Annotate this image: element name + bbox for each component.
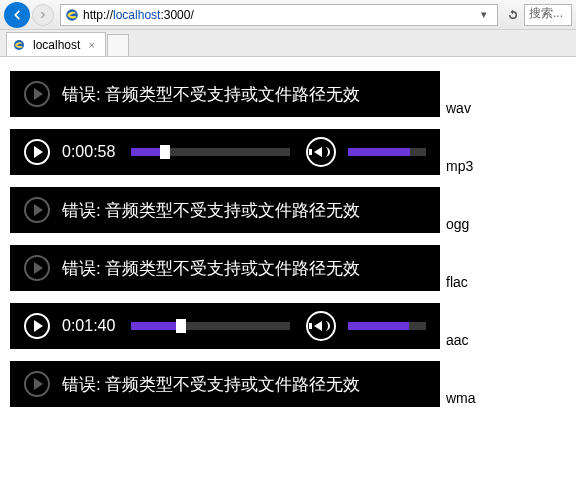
- refresh-button[interactable]: [504, 6, 522, 24]
- format-label: aac: [446, 333, 469, 349]
- row-ogg: 错误: 音频类型不受支持或文件路径无效 ogg: [10, 187, 566, 233]
- page-content: 错误: 音频类型不受支持或文件路径无效 wav 0:00:58 mp3 错误: …: [0, 57, 576, 433]
- volume-bar[interactable]: [348, 322, 426, 330]
- arrow-right-icon: [38, 10, 48, 20]
- format-label: wma: [446, 391, 476, 407]
- play-button[interactable]: [24, 139, 50, 165]
- url-text: http://localhost:3000/: [83, 8, 194, 22]
- row-mp3: 0:00:58 mp3: [10, 129, 566, 175]
- audio-player-aac[interactable]: 0:01:40: [10, 303, 440, 349]
- format-label: ogg: [446, 217, 469, 233]
- dropdown-icon[interactable]: ▾: [475, 6, 493, 24]
- time-display: 0:01:40: [62, 317, 115, 335]
- audio-player-wma[interactable]: 错误: 音频类型不受支持或文件路径无效: [10, 361, 440, 407]
- audio-player-wav[interactable]: 错误: 音频类型不受支持或文件路径无效: [10, 71, 440, 117]
- play-button: [24, 255, 50, 281]
- play-button: [24, 371, 50, 397]
- ie-icon: [65, 8, 79, 22]
- nav-bar: http://localhost:3000/ ▾ 搜索...: [0, 0, 576, 30]
- seek-bar[interactable]: [131, 148, 290, 156]
- error-text: 错误: 音频类型不受支持或文件路径无效: [62, 83, 360, 106]
- play-button[interactable]: [24, 313, 50, 339]
- volume-icon[interactable]: [306, 137, 336, 167]
- row-wma: 错误: 音频类型不受支持或文件路径无效 wma: [10, 361, 566, 407]
- volume-bar[interactable]: [348, 148, 426, 156]
- format-label: flac: [446, 275, 468, 291]
- forward-button[interactable]: [32, 4, 54, 26]
- arrow-left-icon: [10, 8, 24, 22]
- error-text: 错误: 音频类型不受支持或文件路径无效: [62, 199, 360, 222]
- seek-bar[interactable]: [131, 322, 290, 330]
- play-button: [24, 197, 50, 223]
- format-label: wav: [446, 101, 471, 117]
- audio-player-flac[interactable]: 错误: 音频类型不受支持或文件路径无效: [10, 245, 440, 291]
- time-display: 0:00:58: [62, 143, 115, 161]
- row-wav: 错误: 音频类型不受支持或文件路径无效 wav: [10, 71, 566, 117]
- row-aac: 0:01:40 aac: [10, 303, 566, 349]
- tab-title: localhost: [33, 38, 80, 52]
- back-button[interactable]: [4, 2, 30, 28]
- tab-bar: localhost ×: [0, 30, 576, 56]
- tab-localhost[interactable]: localhost ×: [6, 32, 106, 56]
- volume-icon[interactable]: [306, 311, 336, 341]
- play-button: [24, 81, 50, 107]
- browser-chrome: http://localhost:3000/ ▾ 搜索... localhost…: [0, 0, 576, 57]
- refresh-icon: [507, 9, 519, 21]
- format-label: mp3: [446, 159, 473, 175]
- close-icon[interactable]: ×: [89, 39, 95, 51]
- audio-player-ogg[interactable]: 错误: 音频类型不受支持或文件路径无效: [10, 187, 440, 233]
- error-text: 错误: 音频类型不受支持或文件路径无效: [62, 373, 360, 396]
- row-flac: 错误: 音频类型不受支持或文件路径无效 flac: [10, 245, 566, 291]
- address-bar[interactable]: http://localhost:3000/ ▾: [60, 4, 498, 26]
- search-box[interactable]: 搜索...: [524, 4, 572, 26]
- error-text: 错误: 音频类型不受支持或文件路径无效: [62, 257, 360, 280]
- new-tab-button[interactable]: [107, 34, 129, 56]
- audio-player-mp3[interactable]: 0:00:58: [10, 129, 440, 175]
- ie-icon: [13, 39, 25, 51]
